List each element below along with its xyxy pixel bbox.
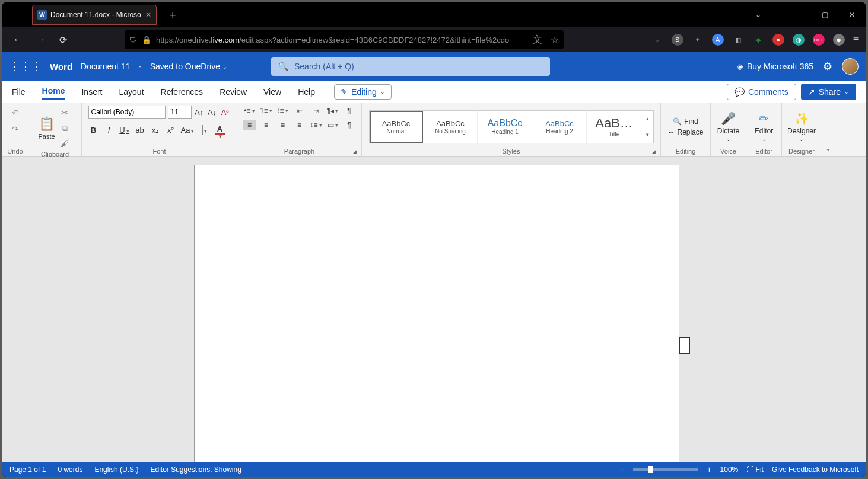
- tab-references[interactable]: References: [161, 85, 204, 99]
- tab-help[interactable]: Help: [298, 85, 315, 99]
- hamburger-menu-icon[interactable]: ≡: [853, 34, 859, 45]
- increase-indent-button[interactable]: ⇥: [310, 106, 323, 116]
- redo-button[interactable]: ↷: [8, 122, 23, 136]
- multilevel-list-button[interactable]: ⁝≡: [276, 106, 290, 116]
- shrink-font-button[interactable]: A↓: [207, 108, 218, 117]
- font-color-button[interactable]: A: [214, 124, 225, 135]
- justify-button[interactable]: ≡: [293, 120, 306, 130]
- style-heading-1[interactable]: AaBbCcHeading 1: [479, 111, 532, 143]
- ext-icon-8[interactable]: OFF: [813, 34, 825, 46]
- pocket-icon[interactable]: ⌄: [651, 34, 663, 46]
- zoom-level[interactable]: 100%: [720, 465, 739, 474]
- new-tab-button[interactable]: ＋: [167, 8, 178, 22]
- avatar[interactable]: [842, 58, 859, 75]
- zoom-out-button[interactable]: −: [620, 465, 625, 474]
- copy-button[interactable]: ⧉: [58, 121, 72, 135]
- ext-icon-5[interactable]: ◆: [752, 34, 764, 46]
- tab-insert[interactable]: Insert: [81, 85, 102, 99]
- decrease-indent-button[interactable]: ⇤: [293, 106, 306, 116]
- ext-icon-1[interactable]: S: [672, 34, 683, 46]
- feedback-link[interactable]: Give Feedback to Microsoft: [772, 465, 859, 474]
- lock-icon[interactable]: 🔒: [142, 36, 151, 44]
- designer-button[interactable]: ✨ Designer ⌄: [783, 111, 821, 142]
- align-right-button[interactable]: ≡: [276, 120, 290, 130]
- strikethrough-button[interactable]: ab: [135, 126, 145, 135]
- style-title[interactable]: AaB…Title: [588, 111, 641, 143]
- styles-more-button[interactable]: ▴▾: [643, 111, 653, 143]
- search-input[interactable]: 🔍 Search (Alt + Q): [271, 57, 550, 76]
- fit-button[interactable]: ⛶ Fit: [746, 465, 764, 474]
- sort-button[interactable]: ¶: [343, 106, 356, 116]
- superscript-button[interactable]: x²: [166, 126, 176, 135]
- cut-button[interactable]: ✂: [58, 106, 72, 120]
- replace-button[interactable]: ↔ Replace: [667, 128, 703, 136]
- ext-icon-7[interactable]: ◑: [793, 34, 805, 46]
- tab-review[interactable]: Review: [220, 85, 247, 99]
- shield-icon[interactable]: 🛡: [129, 36, 137, 44]
- tab-close-icon[interactable]: ✕: [145, 11, 151, 19]
- maximize-button[interactable]: ▢: [811, 2, 838, 27]
- ext-icon-2[interactable]: ✦: [692, 34, 704, 46]
- highlight-button[interactable]: [199, 126, 209, 135]
- editor-button[interactable]: ✏ Editor ⌄: [750, 111, 778, 142]
- buy-microsoft-365-button[interactable]: ◈ Buy Microsoft 365: [737, 62, 813, 71]
- style-heading-2[interactable]: AaBbCcHeading 2: [533, 111, 587, 143]
- dictate-button[interactable]: 🎤 Dictate ⌄: [713, 111, 744, 142]
- change-case-button[interactable]: Aa: [181, 126, 195, 135]
- zoom-in-button[interactable]: +: [707, 465, 711, 474]
- text-direction-button[interactable]: ¶◂: [326, 106, 339, 116]
- ext-icon-4[interactable]: ◧: [732, 34, 744, 46]
- underline-button[interactable]: U: [119, 126, 130, 135]
- font-size-input[interactable]: [168, 106, 192, 119]
- page-edge-tag[interactable]: [679, 337, 690, 354]
- url-box[interactable]: 🛡 🔒 https://onedrive.live.com/edit.aspx?…: [125, 30, 564, 49]
- subscript-button[interactable]: x₂: [150, 126, 161, 135]
- editing-mode-button[interactable]: ✎ Editing ⌄: [334, 84, 392, 100]
- grow-font-button[interactable]: A↑: [194, 108, 205, 117]
- language-indicator[interactable]: English (U.S.): [94, 465, 138, 474]
- font-name-input[interactable]: [88, 106, 166, 119]
- find-button[interactable]: 🔍 Find: [673, 117, 698, 126]
- close-window-button[interactable]: ✕: [838, 2, 866, 27]
- word-count[interactable]: 0 words: [58, 465, 82, 474]
- app-name[interactable]: Word: [50, 62, 72, 72]
- align-center-button[interactable]: ≡: [260, 120, 273, 130]
- italic-button[interactable]: I: [104, 126, 115, 135]
- reload-button[interactable]: ⟳: [55, 31, 71, 48]
- minimize-button[interactable]: ─: [784, 2, 811, 27]
- ext-icon-3[interactable]: A: [712, 34, 724, 46]
- share-button[interactable]: ↗ Share ⌄: [801, 84, 856, 100]
- settings-gear-icon[interactable]: ⚙: [823, 60, 832, 73]
- paragraph-dialog-launcher[interactable]: ◢: [352, 149, 357, 155]
- numbering-button[interactable]: 1≡: [260, 106, 273, 116]
- browser-tab[interactable]: W Document 11.docx - Microso ✕: [32, 5, 157, 25]
- bookmark-star-icon[interactable]: ☆: [551, 34, 559, 46]
- format-painter-button[interactable]: 🖌: [58, 136, 72, 151]
- app-launcher-icon[interactable]: ⋮⋮⋮: [9, 60, 42, 73]
- zoom-slider[interactable]: [633, 468, 698, 471]
- style-normal[interactable]: AaBbCcNormal: [370, 111, 423, 143]
- bold-button[interactable]: B: [88, 126, 99, 135]
- paste-button[interactable]: 📋 Paste: [38, 116, 55, 140]
- bullets-button[interactable]: •≡: [243, 106, 256, 116]
- tabs-dropdown-icon[interactable]: ⌄: [745, 2, 772, 27]
- tab-layout[interactable]: Layout: [119, 85, 144, 99]
- tab-home[interactable]: Home: [42, 84, 65, 100]
- clear-formatting-button[interactable]: Aᵃ: [220, 108, 231, 117]
- styles-dialog-launcher[interactable]: ◢: [651, 149, 656, 155]
- page-indicator[interactable]: Page 1 of 1: [9, 465, 46, 474]
- ext-icon-9[interactable]: ☻: [833, 34, 845, 46]
- undo-button[interactable]: ↶: [8, 106, 23, 120]
- back-button[interactable]: ←: [9, 31, 26, 48]
- editor-suggestions[interactable]: Editor Suggestions: Showing: [150, 465, 241, 474]
- document-area[interactable]: [2, 157, 866, 462]
- translate-icon[interactable]: 文: [533, 34, 542, 46]
- shading-button[interactable]: ▭: [326, 120, 339, 130]
- tab-view[interactable]: View: [263, 85, 281, 99]
- line-spacing-button[interactable]: ↕≡: [310, 120, 323, 130]
- tab-file[interactable]: File: [12, 85, 26, 99]
- collapse-ribbon-button[interactable]: ⌄: [821, 103, 835, 156]
- page[interactable]: [194, 165, 679, 462]
- ext-icon-6[interactable]: ●: [772, 34, 784, 46]
- show-marks-button[interactable]: ¶: [343, 120, 356, 130]
